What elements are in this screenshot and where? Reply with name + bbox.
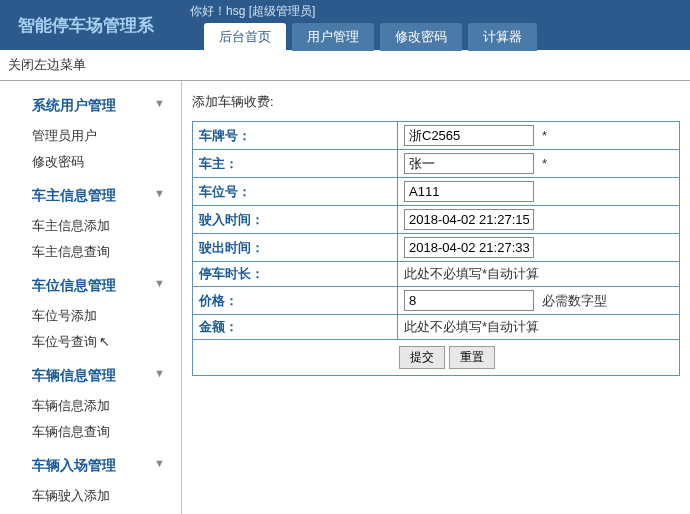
form-label-3: 驶入时间： bbox=[193, 206, 398, 234]
tab-bar: 后台首页用户管理修改密码计算器 bbox=[182, 23, 690, 51]
form-cell-1: * bbox=[398, 150, 680, 178]
form-label-5: 停车时长： bbox=[193, 262, 398, 287]
menu-item-0-0[interactable]: 管理员用户 bbox=[0, 123, 181, 149]
menu-item-3-0[interactable]: 车辆信息添加 bbox=[0, 393, 181, 419]
form-table: 车牌号：*车主：*车位号：驶入时间：驶出时间：停车时长：此处不必填写*自动计算价… bbox=[192, 121, 680, 376]
form-cell-2 bbox=[398, 178, 680, 206]
chevron-down-icon: ▼ bbox=[154, 367, 165, 379]
menu-item-4-1[interactable]: 车辆驶入记录 bbox=[0, 509, 181, 514]
menu-item-4-0[interactable]: 车辆驶入添加 bbox=[0, 483, 181, 509]
form-label-2: 车位号： bbox=[193, 178, 398, 206]
chevron-down-icon: ▼ bbox=[154, 277, 165, 289]
welcome-text: 你好！hsg [超级管理员] bbox=[182, 0, 690, 23]
form-cell-4 bbox=[398, 234, 680, 262]
form-label-7: 金额： bbox=[193, 315, 398, 340]
close-sidebar-link[interactable]: 关闭左边菜单 bbox=[0, 50, 690, 81]
form-cell-6: 必需数字型 bbox=[398, 287, 680, 315]
menu-header-0[interactable]: 系统用户管理▼ bbox=[0, 91, 181, 121]
cursor-icon: ↖ bbox=[99, 334, 110, 349]
tab-2[interactable]: 修改密码 bbox=[380, 23, 462, 51]
tab-1[interactable]: 用户管理 bbox=[292, 23, 374, 51]
menu-header-4[interactable]: 车辆入场管理▼ bbox=[0, 451, 181, 481]
tab-3[interactable]: 计算器 bbox=[468, 23, 537, 51]
form-cell-7: 此处不必填写*自动计算 bbox=[398, 315, 680, 340]
tab-0[interactable]: 后台首页 bbox=[204, 23, 286, 51]
form-cell-0: * bbox=[398, 122, 680, 150]
menu-item-2-1[interactable]: 车位号查询↖ bbox=[0, 329, 181, 355]
form-hint-7: 此处不必填写*自动计算 bbox=[404, 319, 539, 334]
form-input-0[interactable] bbox=[404, 125, 534, 146]
form-cell-5: 此处不必填写*自动计算 bbox=[398, 262, 680, 287]
chevron-down-icon: ▼ bbox=[154, 187, 165, 199]
app-title: 智能停车场管理系 bbox=[0, 0, 182, 50]
form-input-4[interactable] bbox=[404, 237, 534, 258]
sidebar: 系统用户管理▼管理员用户修改密码车主信息管理▼车主信息添加车主信息查询车位信息管… bbox=[0, 81, 182, 514]
form-label-1: 车主： bbox=[193, 150, 398, 178]
menu-header-1[interactable]: 车主信息管理▼ bbox=[0, 181, 181, 211]
submit-button[interactable]: 提交 bbox=[399, 346, 445, 369]
chevron-down-icon: ▼ bbox=[154, 97, 165, 109]
menu-header-2[interactable]: 车位信息管理▼ bbox=[0, 271, 181, 301]
chevron-down-icon: ▼ bbox=[154, 457, 165, 469]
form-input-3[interactable] bbox=[404, 209, 534, 230]
form-hint-5: 此处不必填写*自动计算 bbox=[404, 266, 539, 281]
form-input-6[interactable] bbox=[404, 290, 534, 311]
form-title: 添加车辆收费: bbox=[192, 93, 680, 111]
menu-item-0-1[interactable]: 修改密码 bbox=[0, 149, 181, 175]
form-hint-0: * bbox=[542, 128, 547, 143]
menu-item-3-1[interactable]: 车辆信息查询 bbox=[0, 419, 181, 445]
form-hint-1: * bbox=[542, 156, 547, 171]
reset-button[interactable]: 重置 bbox=[449, 346, 495, 369]
form-cell-3 bbox=[398, 206, 680, 234]
form-input-2[interactable] bbox=[404, 181, 534, 202]
menu-item-1-1[interactable]: 车主信息查询 bbox=[0, 239, 181, 265]
menu-item-2-0[interactable]: 车位号添加 bbox=[0, 303, 181, 329]
form-hint-6: 必需数字型 bbox=[542, 293, 607, 308]
form-label-0: 车牌号： bbox=[193, 122, 398, 150]
menu-header-3[interactable]: 车辆信息管理▼ bbox=[0, 361, 181, 391]
form-input-1[interactable] bbox=[404, 153, 534, 174]
form-label-4: 驶出时间： bbox=[193, 234, 398, 262]
form-label-6: 价格： bbox=[193, 287, 398, 315]
menu-item-1-0[interactable]: 车主信息添加 bbox=[0, 213, 181, 239]
